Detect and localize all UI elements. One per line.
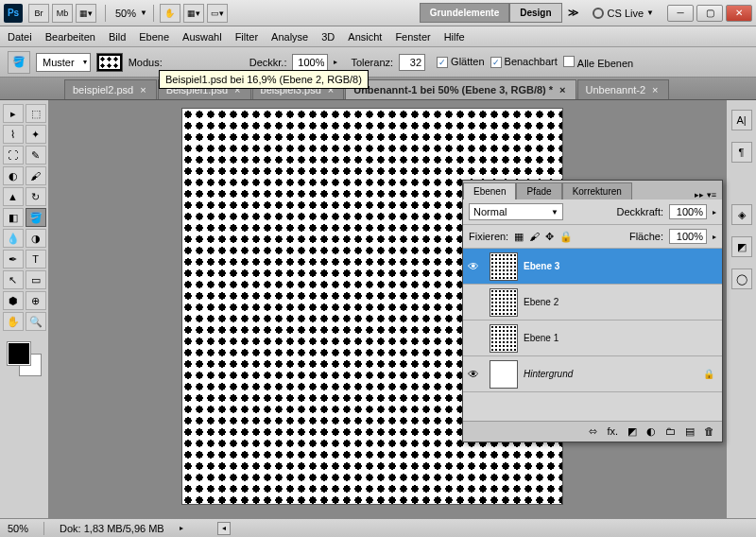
- tolerance-input[interactable]: [399, 54, 425, 71]
- bridge-button[interactable]: Br: [28, 4, 49, 23]
- arrange-button[interactable]: ▦▾: [183, 4, 204, 23]
- layer-style-icon[interactable]: fx.: [607, 425, 618, 438]
- type-tool[interactable]: T: [26, 250, 46, 268]
- shape-tool[interactable]: ▭: [26, 270, 46, 289]
- lasso-tool[interactable]: ⌇: [3, 125, 24, 144]
- adjustment-layer-icon[interactable]: ◐: [646, 425, 656, 438]
- 3d-tool[interactable]: ⬢: [3, 291, 24, 310]
- character-panel-icon[interactable]: A|: [731, 110, 752, 130]
- menu-help[interactable]: Hilfe: [444, 29, 465, 44]
- layers-panel-icon[interactable]: ◈: [731, 204, 752, 225]
- lock-pixels-icon[interactable]: 🖌: [529, 231, 540, 242]
- visibility-icon[interactable]: 👁: [463, 368, 484, 381]
- menu-image[interactable]: Bild: [109, 29, 126, 44]
- dodge-tool[interactable]: ◑: [26, 229, 46, 248]
- visibility-icon[interactable]: 👁: [463, 260, 484, 273]
- stamp-tool[interactable]: ▲: [3, 187, 24, 206]
- zoom-level[interactable]: 50%: [112, 8, 140, 19]
- brush-tool[interactable]: 🖌: [26, 166, 46, 185]
- workspace-more[interactable]: ≫: [562, 3, 585, 23]
- wand-tool[interactable]: ✦: [26, 125, 46, 144]
- contiguous-checkbox[interactable]: ✓Benachbart: [490, 56, 558, 68]
- close-icon[interactable]: ×: [138, 84, 147, 95]
- eraser-tool[interactable]: ◧: [3, 208, 24, 227]
- layer-opacity-input[interactable]: [669, 204, 707, 219]
- fill-source-dropdown[interactable]: Muster: [36, 53, 91, 72]
- color-swatches[interactable]: [8, 342, 42, 376]
- paragraph-panel-icon[interactable]: ¶: [731, 142, 752, 163]
- minibridge-button[interactable]: Mb: [52, 4, 73, 23]
- menu-3d[interactable]: 3D: [321, 29, 335, 44]
- layer-thumbnail[interactable]: [490, 324, 518, 353]
- close-icon[interactable]: ×: [558, 84, 567, 95]
- lock-transparency-icon[interactable]: ▦: [514, 231, 524, 243]
- paths-panel-icon[interactable]: ◯: [731, 268, 752, 289]
- layer-thumbnail[interactable]: [490, 252, 518, 281]
- blur-tool[interactable]: 💧: [3, 229, 24, 248]
- heal-tool[interactable]: ◐: [3, 166, 24, 185]
- minimize-button[interactable]: ─: [667, 5, 694, 22]
- history-brush-tool[interactable]: ↻: [26, 187, 46, 206]
- lock-position-icon[interactable]: ✥: [545, 231, 554, 243]
- hand-tool[interactable]: ✋: [3, 312, 24, 331]
- workspace-tab-essentials[interactable]: Grundelemente: [420, 3, 509, 23]
- pen-tool[interactable]: ✒: [3, 250, 24, 268]
- foreground-color[interactable]: [8, 342, 30, 365]
- menu-layer[interactable]: Ebene: [139, 29, 169, 44]
- pattern-swatch[interactable]: [96, 53, 123, 72]
- menu-window[interactable]: Fenster: [395, 29, 430, 44]
- doc-tab[interactable]: Unbenannt-2×: [577, 79, 669, 99]
- cs-live[interactable]: CS Live▼: [585, 8, 662, 19]
- view-extras-button[interactable]: ▦▾: [76, 4, 96, 23]
- antialias-checkbox[interactable]: ✓Glätten: [437, 56, 484, 68]
- marquee-tool[interactable]: ⬚: [26, 104, 46, 123]
- layer-thumbnail[interactable]: [490, 288, 518, 317]
- doc-tab[interactable]: beispiel2.psd×: [64, 79, 157, 99]
- adjustments-tab[interactable]: Korrekturen: [562, 182, 632, 199]
- close-icon[interactable]: ×: [650, 84, 660, 95]
- close-button[interactable]: ✕: [726, 5, 752, 22]
- eyedropper-tool[interactable]: ✎: [26, 146, 46, 165]
- layer-row[interactable]: Ebene 2: [463, 285, 722, 320]
- menu-file[interactable]: Datei: [8, 29, 32, 44]
- bucket-tool[interactable]: 🪣: [26, 208, 46, 227]
- all-layers-checkbox[interactable]: Alle Ebenen: [563, 56, 633, 69]
- layer-group-icon[interactable]: 🗀: [665, 425, 676, 438]
- path-tool[interactable]: ↖: [3, 270, 24, 289]
- menu-select[interactable]: Auswahl: [182, 29, 222, 44]
- hand-tool-button[interactable]: ✋: [160, 4, 180, 23]
- scroll-left-icon[interactable]: ◂: [217, 522, 231, 535]
- layer-row[interactable]: Ebene 1: [463, 320, 722, 356]
- layers-tab[interactable]: Ebenen: [463, 182, 516, 199]
- zoom-tool[interactable]: 🔍: [26, 312, 46, 331]
- workspace-tab-design[interactable]: Design: [509, 3, 561, 23]
- lock-all-icon[interactable]: 🔒: [559, 231, 573, 243]
- menu-analysis[interactable]: Analyse: [271, 29, 308, 44]
- layer-fill-input[interactable]: [669, 229, 707, 244]
- status-zoom[interactable]: 50%: [8, 523, 28, 534]
- channels-panel-icon[interactable]: ◩: [731, 236, 752, 257]
- current-tool-icon[interactable]: 🪣: [8, 51, 30, 74]
- layer-thumbnail[interactable]: [490, 360, 518, 389]
- move-tool[interactable]: ▸: [3, 104, 24, 123]
- maximize-button[interactable]: ▢: [696, 5, 723, 22]
- screen-mode-button[interactable]: ▭▾: [207, 4, 228, 23]
- delete-layer-icon[interactable]: 🗑: [704, 425, 714, 438]
- panel-menu-icon[interactable]: ▸▸ ▾≡: [689, 190, 722, 199]
- crop-tool[interactable]: ⛶: [3, 146, 24, 165]
- workspace-switcher: Grundelemente Design ≫: [420, 3, 585, 23]
- layer-row[interactable]: 👁 Hintergrund 🔒: [463, 356, 722, 392]
- paths-tab[interactable]: Pfade: [516, 182, 561, 199]
- status-doc-info[interactable]: Dok: 1,83 MB/5,96 MB: [60, 523, 164, 534]
- 3d-camera-tool[interactable]: ⊕: [26, 291, 46, 310]
- menu-edit[interactable]: Bearbeiten: [45, 29, 95, 44]
- layer-mask-icon[interactable]: ◩: [627, 425, 637, 438]
- menu-view[interactable]: Ansicht: [348, 29, 382, 44]
- opacity-input[interactable]: [292, 54, 328, 71]
- layer-row[interactable]: 👁 Ebene 3: [463, 249, 722, 285]
- blend-mode-dropdown[interactable]: Normal▼: [469, 203, 563, 220]
- doc-tab[interactable]: Unbenannt-1 bei 50% (Ebene 3, RGB/8) *×: [345, 79, 576, 99]
- menu-filter[interactable]: Filter: [235, 29, 258, 44]
- new-layer-icon[interactable]: ▤: [685, 425, 695, 438]
- link-layers-icon[interactable]: ⬄: [589, 425, 597, 438]
